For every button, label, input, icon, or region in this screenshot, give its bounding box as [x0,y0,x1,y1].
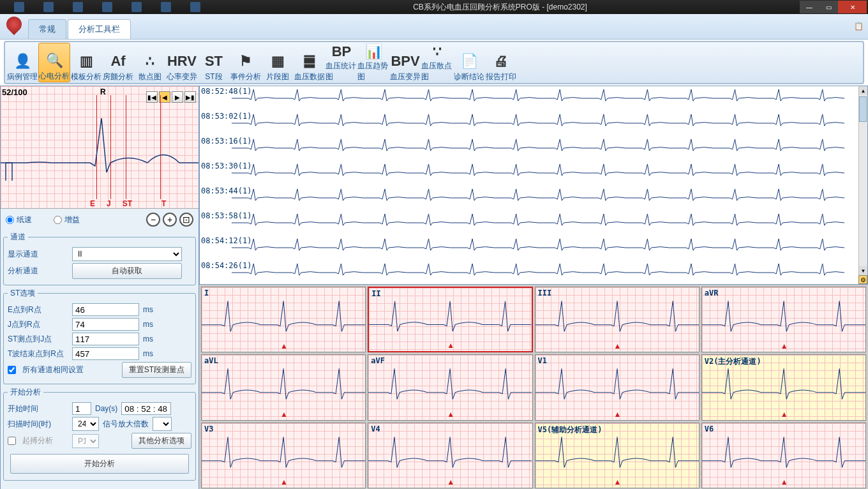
ecg-strip-row[interactable]: 08:53:16(1) [200,136,867,161]
toolbar-病例管理[interactable]: 👤病例管理 [6,43,38,82]
j-to-r-input[interactable] [72,318,139,331]
config-button[interactable]: ⚙ [858,275,867,284]
marker-e: E [90,199,95,208]
zoom-out-button[interactable]: − [146,213,160,227]
toolbar-label: 血压统计图 [326,61,357,82]
minimize-button[interactable]: — [800,1,819,13]
t-to-r-input[interactable] [72,347,139,360]
zoom-fit-button[interactable]: ⊡ [179,213,193,227]
maximize-button[interactable]: ▭ [819,1,838,13]
toolbar-房颤分析[interactable]: Af房颤分析 [102,43,134,82]
ecg-strip-row[interactable]: 08:54:12(1) [200,236,867,260]
lead-cell-II[interactable]: II ▲ [368,287,532,352]
toolbar-label: 事件分析 [230,71,261,82]
toolbar-片段图[interactable]: ▦片段图 [262,43,294,82]
display-channel-select[interactable]: II [72,247,182,261]
lead-cell-aVF[interactable]: aVF ▲ [368,354,532,420]
auto-acquire-button[interactable]: 自动获取 [72,263,182,279]
lead-marker-icon: ▲ [614,342,622,350]
lead-cell-III[interactable]: III ▲ [535,287,700,352]
toolbar-label: 房颤分析 [103,71,133,82]
other-options-button[interactable]: 其他分析选项 [131,433,191,449]
taskbar-icons [1,2,200,12]
marker-st: ST [123,199,132,208]
ecg-strip-row[interactable]: 08:53:58(1) [200,211,867,236]
lead-label: II [371,289,380,298]
pacemaker-checkbox[interactable] [8,437,16,445]
toolbar-心率变异[interactable]: HRV心率变异 [166,43,198,82]
ecg-strip-row[interactable]: 08:53:02(1) [200,111,867,136]
document-icon[interactable]: 📋 [854,22,864,32]
paper-speed-radio[interactable] [6,216,14,224]
strip-wave [232,135,858,161]
start-analysis-button[interactable]: 开始分析 [10,454,189,474]
toolbar-事件分析[interactable]: ⚑事件分析 [230,43,262,82]
lead-cell-V4[interactable]: V4 ▲ [368,423,532,488]
lead-cell-V6[interactable]: V6 ▲ [701,423,866,488]
marker-j: J [107,199,111,208]
toolbar-label: 片段图 [266,71,289,82]
toolbar-icon: ∵ [433,43,442,61]
nav-next-button[interactable]: ▶ [172,91,183,103]
toolbar-icon: BPV [391,51,419,71]
lead-cell-V1[interactable]: V1 ▲ [535,354,700,420]
toolbar-icon: ⚑ [239,51,252,71]
vertical-scrollbar[interactable]: ▲ ▼ [858,86,867,284]
toolbar-血压变异[interactable]: BPV血压变异 [389,43,421,82]
toolbar-模板分析[interactable]: ▥模板分析 [70,43,102,82]
tab-analysis-toolbar[interactable]: 分析工具栏 [68,19,131,39]
lead-cell-aVR[interactable]: aVR ▲ [701,287,866,352]
toolbar-血压数据[interactable]: ䷀血压数据 [294,43,326,82]
lead-cell-I[interactable]: I ▲ [201,287,366,352]
toolbar-icon: 👤 [14,51,31,71]
st-to-j-input[interactable] [72,333,139,345]
day-input[interactable] [72,402,91,415]
toolbar-icon: 🖨 [494,51,508,71]
ecg-strip-row[interactable]: 08:53:30(1) [200,161,867,186]
toolbar-血压统计图[interactable]: BP血压统计图 [326,43,357,82]
lead-cell-aVL[interactable]: aVL ▲ [201,354,366,420]
toolbar-报告打印[interactable]: 🖨报告打印 [485,43,517,82]
scan-hours-select[interactable]: 24 [72,417,99,431]
toolbar-心电分析[interactable]: 🔍心电分析 [38,43,70,82]
e-to-r-input[interactable] [72,303,139,316]
toolbar-血压散点图[interactable]: ∵血压散点图 [421,43,453,82]
reset-st-button[interactable]: 重置ST段测量点 [122,362,191,378]
toolbar-ST段[interactable]: STST段 [198,43,230,82]
app-header: 常规 分析工具栏 📋 [0,14,868,40]
nav-first-button[interactable]: ▮◀ [146,91,158,103]
lead-label: V5(辅助分析通道) [538,425,602,435]
day-unit: Day(s) [95,404,117,413]
ecg-strip-row[interactable]: 08:54:26(1) [200,260,867,285]
time-input[interactable] [121,402,171,415]
signal-multiplier-select[interactable]: 1 [153,417,172,431]
lead-marker-icon: ▲ [781,342,788,350]
lead-cell-V5(辅助分析通道)[interactable]: V5(辅助分析通道) ▲ [535,423,700,488]
lead-label: V3 [204,425,213,433]
tab-normal[interactable]: 常规 [28,19,66,39]
display-channel-label: 显示通道 [8,249,68,260]
toolbar-诊断结论[interactable]: 📄诊断结论 [453,43,485,82]
gain-radio[interactable] [54,216,62,224]
toolbar-血压趋势图[interactable]: 📊血压趋势图 [357,43,389,82]
toolbar-icon: Af [110,51,125,71]
lead-label: V6 [705,425,714,433]
lead-label: aVF [371,356,385,365]
close-button[interactable]: ✕ [838,1,867,13]
zoom-in-button[interactable]: + [163,213,177,227]
ecg-strip-row[interactable]: 08:52:48(1) [200,86,867,111]
window-title: CB系列心电血压回顾分析系统PRO版 - [demo2302] [200,2,800,13]
lead-cell-V3[interactable]: V3 ▲ [201,423,366,488]
nav-last-button[interactable]: ▶▮ [184,91,196,103]
beat-counter: 52/100 [2,87,27,97]
all-channels-checkbox[interactable] [8,366,16,374]
marker-t: T [161,199,166,208]
toolbar-icon: 🔍 [46,50,63,71]
toolbar-icon: BP [332,43,352,61]
ecg-strip-row[interactable]: 08:53:44(1) [200,186,867,211]
st-to-j-label: ST测点到J点 [8,334,68,345]
lead-label: V4 [371,425,380,433]
e-to-r-label: E点到R点 [8,305,68,315]
lead-cell-V2(主分析通道)[interactable]: V2(主分析通道) ▲ [701,354,866,420]
toolbar-散点图[interactable]: ∴散点图 [134,43,166,82]
